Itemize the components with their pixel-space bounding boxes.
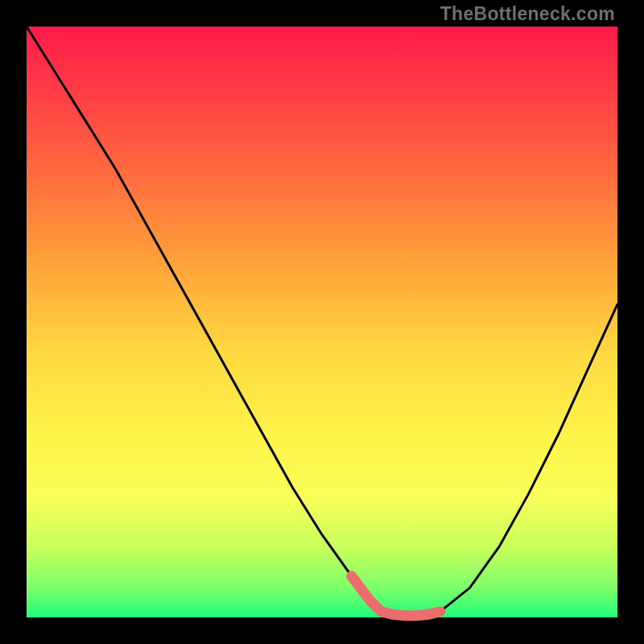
bottleneck-curve <box>27 27 617 616</box>
chart-svg <box>27 27 617 617</box>
watermark-text: TheBottleneck.com <box>440 3 615 25</box>
highlight-band <box>352 576 440 616</box>
chart-frame: TheBottleneck.com <box>0 0 644 644</box>
